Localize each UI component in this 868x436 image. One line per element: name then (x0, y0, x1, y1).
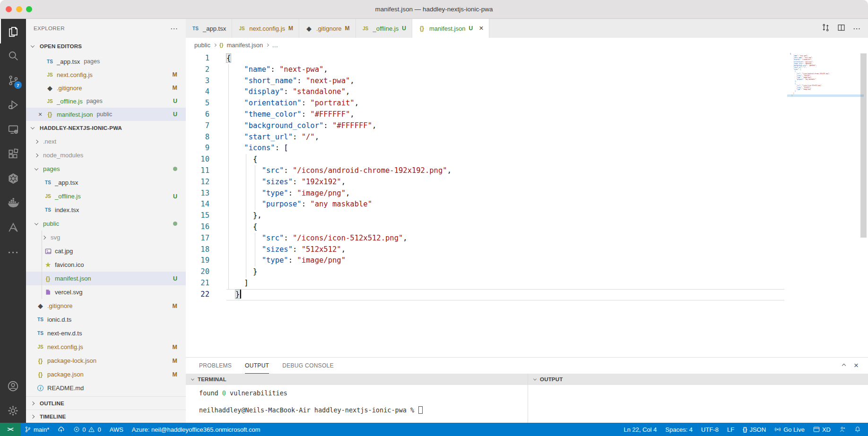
tab-manifest.json[interactable]: {}manifest.jsonU× (412, 19, 490, 38)
tab-output[interactable]: OUTPUT (245, 358, 269, 374)
open-editor-.gitignore[interactable]: ×◆.gitignoreM (26, 81, 186, 94)
tab-_offline.js[interactable]: JS_offline.jsU (356, 19, 412, 38)
editor-more-actions-icon[interactable]: ⋯ (853, 24, 860, 33)
split-editor-icon[interactable] (837, 24, 845, 34)
tree-item-pages[interactable]: pages (26, 162, 186, 176)
docker-icon[interactable] (0, 191, 26, 215)
maximize-panel-icon[interactable] (842, 364, 846, 368)
explorer-sidebar: EXPLORER ⋯ OPEN EDITORS ×TS_app.tsxpages… (26, 19, 186, 423)
problems-item[interactable]: 0 0 (69, 423, 105, 436)
tree-item-favicon.ico[interactable]: ★favicon.ico (26, 258, 186, 272)
breadcrumb-folder[interactable]: public (194, 42, 210, 49)
tab-debug-console[interactable]: DEBUG CONSOLE (282, 358, 334, 374)
tree-item-next-env.d.ts[interactable]: TSnext-env.d.ts (26, 326, 186, 340)
azure-icon[interactable] (0, 215, 26, 240)
tree-item-_offline.js[interactable]: JS_offline.jsU (26, 189, 186, 203)
info-file-icon: i (36, 385, 44, 391)
git-branch-item[interactable]: main* (20, 423, 53, 436)
extensions-icon[interactable] (0, 142, 26, 166)
close-panel-icon[interactable]: × (854, 361, 859, 370)
tree-item-label: next-env.d.ts (47, 330, 82, 337)
tab-.gitignore[interactable]: ◆.gitignoreM (299, 19, 356, 38)
tree-item-package.json[interactable]: {}package.jsonM (26, 368, 186, 381)
minimize-window-button[interactable] (16, 6, 22, 12)
code-line-2: 2 "name": "next-pwa", (186, 64, 868, 76)
cursor-position-item[interactable]: Ln 22, Col 4 (619, 423, 661, 436)
tab-problems[interactable]: PROBLEMS (199, 358, 232, 374)
code-line-19: 19 "type": "image/png" (186, 255, 868, 266)
tab-label: .gitignore (316, 25, 341, 32)
tree-item-ionic.d.ts[interactable]: TSionic.d.ts (26, 313, 186, 326)
tree-item-node_modules[interactable]: node_modules (26, 148, 186, 162)
tree-item-public[interactable]: public (26, 217, 186, 231)
eol-item[interactable]: LF (723, 423, 738, 436)
chevron-down-icon (533, 377, 537, 380)
tree-item-_app.tsx[interactable]: TS_app.tsx (26, 176, 186, 189)
terminal-header[interactable]: TERMINAL (186, 374, 528, 385)
tree-item-manifest.json[interactable]: {}manifest.jsonU (26, 272, 186, 285)
tree-item-cat.jpg[interactable]: cat.jpg (26, 244, 186, 258)
azure-account-item[interactable]: Azure: neil@haddleyoffice365.onmicrosoft… (128, 423, 265, 436)
close-tab-icon[interactable]: × (479, 24, 483, 33)
remote-indicator-icon[interactable]: >< (0, 423, 20, 436)
tree-item-next.config.js[interactable]: JSnext.config.jsM (26, 340, 186, 354)
publish-changes-icon[interactable] (53, 423, 69, 436)
tree-item-index.tsx[interactable]: TSindex.tsx (26, 203, 186, 217)
code-editor[interactable]: 1{2 "name": "next-pwa",3 "short_name": "… (186, 52, 868, 357)
breadcrumb[interactable]: public {} manifest.json … (186, 38, 868, 52)
vertical-scrollbar[interactable] (859, 52, 868, 357)
tab-label: manifest.json (429, 25, 466, 32)
open-editor-manifest.json[interactable]: ×{}manifest.jsonpublicU (26, 108, 186, 121)
go-live-item[interactable]: Go Live (770, 423, 809, 436)
breadcrumb-file[interactable]: manifest.json (227, 42, 263, 49)
open-changes-icon[interactable] (822, 24, 830, 34)
kubernetes-icon[interactable] (0, 166, 26, 191)
output-section: OUTPUT (528, 374, 868, 423)
remote-explorer-icon[interactable] (0, 117, 26, 142)
explorer-more-actions-icon[interactable]: ⋯ (170, 24, 178, 33)
open-editor-_app.tsx[interactable]: ×TS_app.tsxpages (26, 55, 186, 68)
zoom-window-button[interactable] (26, 6, 32, 12)
open-editors-section[interactable]: OPEN EDITORS (26, 38, 186, 55)
close-window-button[interactable] (6, 6, 12, 12)
bottom-panel: PROBLEMS OUTPUT DEBUG CONSOLE × TERMINAL (186, 357, 868, 423)
account-icon[interactable] (0, 374, 26, 398)
code-line-12: 12 "sizes": "192x192", (186, 177, 868, 188)
close-editor-icon[interactable]: × (38, 111, 46, 118)
search-icon[interactable] (0, 43, 26, 68)
workspace-root[interactable]: HADDLEY-NEXTJS-IONIC-PWA (26, 121, 186, 135)
scrollbar-thumb[interactable] (860, 53, 867, 238)
tree-item-.gitignore[interactable]: ◆.gitignoreM (26, 299, 186, 313)
output-header[interactable]: OUTPUT (528, 374, 868, 385)
tree-item-README.md[interactable]: iREADME.md (26, 381, 186, 395)
aws-item[interactable]: AWS (105, 423, 128, 436)
vscode-window: manifest.json — haddley-nextjs-ionic-pwa… (0, 0, 868, 436)
timeline-section[interactable]: TIMELINE (26, 410, 186, 423)
source-control-icon[interactable]: 7 (0, 68, 26, 93)
tree-item-svg[interactable]: svg (26, 231, 186, 244)
tree-item-.next[interactable]: .next (26, 135, 186, 148)
xd-item[interactable]: XD (809, 423, 835, 436)
feedback-icon[interactable] (835, 423, 850, 436)
indentation-item[interactable]: Spaces: 4 (661, 423, 697, 436)
terminal-output[interactable]: found 0 vulnerabilitiesneilhaddley@Neils… (186, 385, 528, 423)
line-number: 16 (186, 222, 209, 233)
run-debug-icon[interactable] (0, 93, 26, 117)
explorer-icon[interactable] (0, 19, 26, 43)
notifications-bell-icon[interactable] (850, 423, 865, 436)
outline-section[interactable]: OUTLINE (26, 396, 186, 410)
breadcrumb-more[interactable]: … (272, 42, 278, 49)
settings-gear-icon[interactable] (0, 398, 26, 423)
tree-item-package-lock.json[interactable]: {}package-lock.jsonM (26, 354, 186, 368)
open-editor-next.config.js[interactable]: ×JSnext.config.jsM (26, 68, 186, 81)
language-mode-item[interactable]: {} JSON (738, 423, 770, 436)
minimap[interactable]: { "name": "next-pwa", "short_name": "nex… (787, 53, 864, 119)
open-editor-_offline.js[interactable]: ×JS_offline.jspagesU (26, 94, 186, 108)
encoding-item[interactable]: UTF-8 (697, 423, 723, 436)
tab-next.config.js[interactable]: JSnext.config.jsM (232, 19, 299, 38)
more-tools-icon[interactable]: ⋯ (0, 240, 26, 265)
git-status-badge: M (173, 71, 177, 78)
tab-_app.tsx[interactable]: TS_app.tsx (186, 19, 232, 38)
chevron-right-icon (42, 235, 46, 239)
tree-item-vercel.svg[interactable]: vercel.svg (26, 285, 186, 299)
